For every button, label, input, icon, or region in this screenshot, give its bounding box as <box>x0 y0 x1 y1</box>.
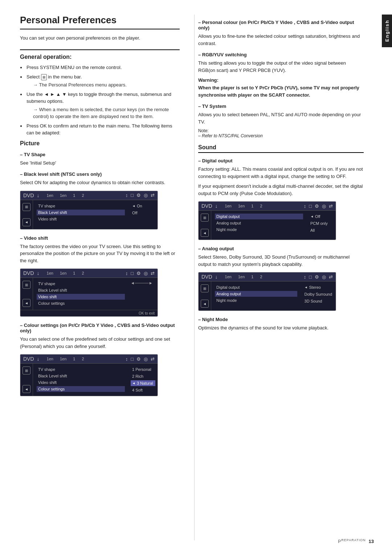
option-off-digital: Off <box>309 214 334 219</box>
settings-icon: ⚙ <box>136 193 141 198</box>
num1-4: 1en <box>225 204 232 208</box>
step1-text: Press SYSTEM MENU on the remote control. <box>26 65 122 70</box>
circle-icon: ◎ <box>144 193 148 198</box>
left-column: Personal Preferences You can set your ow… <box>20 15 194 540</box>
analog-output-content: Select Stereo, Dolby Surround, 3D Sound … <box>198 254 364 268</box>
arrow-icon-3: ↕ <box>126 356 128 362</box>
settings-icon-2: ⚙ <box>136 271 141 276</box>
step3-arrow: When a menu item is selected, the cursor… <box>26 106 180 120</box>
option-3dsound: 3D Sound <box>303 298 334 304</box>
num2-2: 1en <box>60 271 66 275</box>
screen-menu-4: Digital output Analog output Night mode <box>211 211 307 240</box>
screen-left-icons-2: ⊞ ◄ <box>20 278 33 310</box>
screen-footer-2: OK to exit <box>20 310 158 316</box>
digital-output-content2: If your equipment doesn't include a digi… <box>198 183 364 197</box>
screen-nums-4: 1en 1en 1 2 <box>225 204 262 208</box>
down-icon-2: ↓ <box>37 270 40 276</box>
screen-body-3: ⊞ ◄ TV shape Black Level shift Video shi… <box>20 364 158 396</box>
settings-icon-5: ⚙ <box>315 274 319 280</box>
tv-shape-content: See 'Initial Setup' <box>20 159 180 167</box>
screen-icon-bottom-2: ◄ <box>23 299 30 307</box>
menu-item-digital: Digital output <box>215 214 303 219</box>
super-r: reparation <box>341 538 366 542</box>
screen-body-2: ⊞ ◄ TV shape Black Level shift Video shi… <box>20 278 158 310</box>
swap-icon: ⇄ <box>151 193 155 198</box>
menu-item-coloursettings-2: Colour settings <box>37 300 125 306</box>
picture-heading: Picture <box>20 140 180 147</box>
square-icon-4: □ <box>309 203 312 209</box>
tv-system-heading: TV System <box>198 104 364 109</box>
screen-icons: DVD ↓ <box>23 193 40 198</box>
dvd-icon: DVD <box>23 193 34 198</box>
arrow-icon-5: ↕ <box>304 274 306 280</box>
option-pcm: PCM only <box>309 220 334 226</box>
screen-icon-bottom-4: ◄ <box>201 229 209 237</box>
menu-item-tvshape-2: TV shape <box>37 281 125 287</box>
screen-left-icons-4: ⊞ ◄ <box>199 211 211 240</box>
option-on: On <box>131 203 155 209</box>
num2-3: 1en <box>60 357 66 361</box>
screen-options-3: 1 Personal 2 Rich 3 Natural 4 Soft <box>128 364 158 396</box>
colour-settings-screen: DVD ↓ 1en 1en 1 2 ↕ □ ⚙ ◎ ⇄ <box>20 354 158 396</box>
screen-nums-2: 1en 1en 1 2 <box>47 271 84 275</box>
note-label: Note: <box>198 128 209 133</box>
screen-icons-5: DVD ↓ <box>201 274 218 280</box>
num4: 2 <box>82 193 84 198</box>
screen-options: On Off <box>128 200 158 229</box>
option-personal: 1 Personal <box>131 366 155 372</box>
screen-menu-3: TV shape Black Level shift Video shift C… <box>33 364 128 396</box>
screen-icons-3: DVD ↓ <box>23 356 40 362</box>
screen-top-bar-2: DVD ↓ 1en 1en 1 2 ↕ □ ⚙ ◎ ⇄ <box>20 269 158 278</box>
screen-options-5: Stereo Dolby Surround 3D Sound <box>301 281 336 311</box>
step3-text: Use the ◄ ► ▲ ▼ keys to toggle through t… <box>26 92 171 104</box>
analog-output-screen: DVD ↓ 1en 1en 1 2 ↕ □ ⚙ ◎ ⇄ <box>198 272 336 311</box>
screen-nums: 1en 1en 1 2 <box>47 193 84 198</box>
screen-icon-bottom-3: ◄ <box>23 385 30 393</box>
num1-2: 1en <box>47 271 53 275</box>
screen-body: ⊞ ◄ TV shape Black Level shift Video shi… <box>20 200 158 229</box>
down-icon-5: ↓ <box>215 274 218 280</box>
slider-indicator: ◄─────► <box>131 281 155 285</box>
screen-left-icons: ⊞ ◄ <box>20 200 33 229</box>
colour-settings-heading: Colour settings (on Pr/Cr Pb/Cb Y Video … <box>20 323 180 333</box>
swap-icon-5: ⇄ <box>329 274 333 280</box>
swap-icon-3: ⇄ <box>151 356 155 362</box>
option-stereo: Stereo <box>303 284 334 290</box>
square-icon-2: □ <box>131 271 134 276</box>
num3: 1 <box>73 193 75 198</box>
circle-icon-3: ◎ <box>144 356 148 362</box>
digital-output-heading: Digital output <box>198 158 364 163</box>
screen-icon-bottom-5: ◄ <box>201 300 209 308</box>
screen-icon-top-2: ⊞ <box>23 281 30 289</box>
ok-to-exit: OK to exit <box>139 311 155 315</box>
arrow-icon: ↕ <box>126 193 128 198</box>
num1-3: 1en <box>47 357 53 361</box>
language-tab: English <box>382 15 392 47</box>
page-title: Personal Preferences <box>20 15 180 29</box>
tv-system-note: Note: – Refer to NTSC/PAL Conversion <box>198 128 364 138</box>
menu-item-tvshape-3: TV shape <box>37 366 125 372</box>
video-shift-heading: Video shift <box>20 235 180 241</box>
personal-colour-content: Allows you to fine-tune the selected col… <box>198 33 364 47</box>
num3-3: 1 <box>73 357 75 361</box>
colour-settings-content: You can select one of five predefined se… <box>20 336 180 350</box>
tv-system-content: Allows you to select between PAL, NTSC a… <box>198 111 364 125</box>
tv-shape-heading: TV Shape <box>20 152 180 157</box>
square-icon-5: □ <box>309 274 312 280</box>
black-level-screen: DVD ↓ 1en 1en 1 2 ↕ □ ⚙ ◎ ⇄ <box>20 191 158 230</box>
menu-item-blacklevel-2: Black Level shift <box>37 287 125 293</box>
screen-body-4: ⊞ ◄ Digital output Analog output Night m… <box>199 211 336 240</box>
main-content: Personal Preferences You can set your ow… <box>0 0 382 555</box>
swap-icon-2: ⇄ <box>151 271 155 276</box>
screen-icon-bottom: ◄ <box>23 218 30 226</box>
option-dolby: Dolby Surround <box>303 291 334 297</box>
option-all: All <box>309 227 334 233</box>
menu-item-blacklevel-3: Black Level shift <box>37 373 125 379</box>
arrow-icon-2: ↕ <box>126 271 128 276</box>
num1-5: 1en <box>225 275 232 279</box>
screen-top-icons-4: ↕ □ ⚙ ◎ ⇄ <box>304 203 333 209</box>
num4-4: 2 <box>260 204 262 208</box>
menu-item-nightmode: Night mode <box>215 227 303 232</box>
num3-5: 1 <box>251 275 253 279</box>
num2-4: 1en <box>238 204 245 208</box>
